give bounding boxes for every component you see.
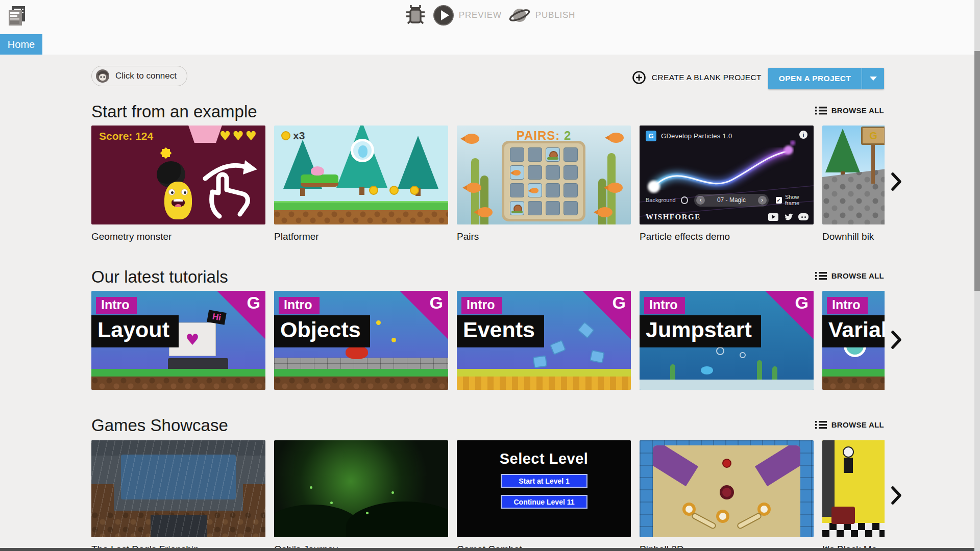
tutorials-card-row: G ♥ Hi Intro Layout G Intro Object xyxy=(91,291,885,393)
dirt-strip xyxy=(274,210,448,224)
browse-all-examples[interactable]: BROWSE ALL xyxy=(815,106,884,115)
blue-fish xyxy=(701,366,713,374)
red-object xyxy=(831,507,855,524)
browse-all-tutorials[interactable]: BROWSE ALL xyxy=(815,271,884,280)
section-title-tutorials: Our latest tutorials xyxy=(91,267,228,287)
thumbnail-tutorial-layout: G ♥ Hi Intro Layout xyxy=(91,291,265,390)
checkbox-icon: ✓ xyxy=(776,197,782,204)
browse-all-label: BROWSE ALL xyxy=(831,420,884,429)
wooden-sign: G xyxy=(861,127,885,145)
play-circle-icon xyxy=(432,4,455,27)
tutorials-next-arrow[interactable] xyxy=(890,330,902,352)
showcase-card-blackma[interactable]: BLOCKS It's Black Ma xyxy=(822,440,885,551)
thumbnail-downhill-bike: G xyxy=(822,126,885,224)
avatar-face-icon xyxy=(95,69,110,83)
show-frame-label: Show frame xyxy=(785,194,814,206)
main-content: Click to connect CREATE A BLANK PROJECT … xyxy=(0,55,980,551)
center-target xyxy=(720,485,734,499)
connect-button[interactable]: Click to connect xyxy=(91,66,187,86)
coin-icon xyxy=(281,131,290,140)
pinball-ball xyxy=(722,459,731,468)
examples-card-row: Score: 124 ♥♥♥ Geometr xyxy=(91,126,885,251)
card-caption: Downhill bik xyxy=(822,231,885,242)
tutorial-card-jumpstart[interactable]: G Intro Jumpstart xyxy=(640,291,814,393)
coin xyxy=(369,186,378,195)
fish xyxy=(464,134,479,144)
example-card-downhill-bike[interactable]: G Downhill bik xyxy=(822,126,885,251)
continue-level-button: Continue Level 11 xyxy=(501,495,587,509)
twitter-icon xyxy=(783,213,793,221)
wardrobe xyxy=(822,440,835,517)
planet-icon xyxy=(508,4,531,27)
caret-down-icon xyxy=(870,77,877,81)
browse-all-showcase[interactable]: BROWSE ALL xyxy=(815,420,884,429)
example-card-geometry-monster[interactable]: Score: 124 ♥♥♥ Geometr xyxy=(91,126,265,251)
character-body xyxy=(844,458,853,473)
scrollbar-thumb[interactable] xyxy=(974,51,980,291)
chevron-right-icon xyxy=(890,486,902,505)
tutorial-card-objects[interactable]: G Intro Objects xyxy=(274,291,448,393)
brick-platform xyxy=(274,358,448,369)
start-level-button: Start at Level 1 xyxy=(501,474,587,488)
flipper xyxy=(691,512,717,530)
showcase-card-lost-dog[interactable]: The Lost Dog's Frienship xyxy=(91,440,265,551)
example-card-particle-effects[interactable]: G GDevelop Particles 1.0 i Background ‹ … xyxy=(640,126,814,251)
showcase-card-oshi[interactable]: Oshi's Journey xyxy=(274,440,448,551)
open-project-button[interactable]: OPEN A PROJECT xyxy=(768,68,884,89)
open-project-label[interactable]: OPEN A PROJECT xyxy=(768,68,862,89)
example-card-pairs[interactable]: PAIRS: 2 xyxy=(457,126,631,251)
swipe-gesture-icon xyxy=(200,154,261,221)
bottom-edge-bar xyxy=(0,548,974,551)
example-card-platformer[interactable]: x3 Platformer xyxy=(274,126,448,251)
showcase-card-pinball[interactable]: Pinball 2D xyxy=(640,440,814,551)
tutorial-card-variables[interactable]: G +1 Intro Variab xyxy=(822,291,885,393)
thumbnail-oshi xyxy=(274,440,448,537)
red-bird-pile xyxy=(346,346,368,359)
showcase-card-comet-combat[interactable]: Select Level Start at Level 1 Continue L… xyxy=(457,440,631,551)
open-project-dropdown[interactable] xyxy=(862,68,884,89)
create-blank-project-button[interactable]: CREATE A BLANK PROJECT xyxy=(632,70,762,85)
particles-title: GDevelop Particles 1.0 xyxy=(661,132,732,140)
browse-all-label: BROWSE ALL xyxy=(831,271,884,280)
preview-label: PREVIEW xyxy=(459,10,502,20)
rain-overlay xyxy=(91,440,265,537)
info-icon: i xyxy=(799,131,807,139)
tutorial-card-layout[interactable]: G ♥ Hi Intro Layout xyxy=(91,291,265,393)
connect-label: Click to connect xyxy=(115,71,177,81)
hearts-display: ♥♥♥ xyxy=(219,129,258,143)
debug-icon[interactable] xyxy=(405,3,426,28)
tutorial-card-events[interactable]: G Intro Events xyxy=(457,291,631,393)
checkered-floor xyxy=(822,523,885,537)
prev-icon: ‹ xyxy=(696,196,705,205)
platform xyxy=(301,174,338,187)
thumbnail-comet-combat: Select Level Start at Level 1 Continue L… xyxy=(457,440,631,537)
thumbnail-tutorial-events: G Intro Events xyxy=(457,291,631,390)
preview-button[interactable]: PREVIEW xyxy=(432,4,502,27)
grass-strip xyxy=(274,201,448,210)
tab-home[interactable]: Home xyxy=(0,34,42,55)
section-title-examples: Start from an example xyxy=(91,102,257,121)
thumbnail-tutorial-variables: G +1 Intro Variab xyxy=(822,291,885,390)
center-toolbar: PREVIEW PUBLISH xyxy=(0,3,980,28)
card-caption: Platformer xyxy=(274,231,448,242)
card-caption: Geometry monster xyxy=(91,231,265,242)
topic-label: Layout xyxy=(91,315,179,347)
plus-circle-icon xyxy=(632,70,646,85)
select-level-title: Select Level xyxy=(457,450,631,467)
thumbnail-pairs: PAIRS: 2 xyxy=(457,126,631,224)
thumbnail-tutorial-objects: G Intro Objects xyxy=(274,291,448,390)
thumbnail-geometry-monster: Score: 124 ♥♥♥ xyxy=(91,126,265,224)
chevron-right-icon xyxy=(890,172,902,191)
score-label: Score: 124 xyxy=(99,130,153,142)
thumbnail-tutorial-jumpstart: G Intro Jumpstart xyxy=(640,291,814,390)
thumbnail-particle-effects: G GDevelop Particles 1.0 i Background ‹ … xyxy=(640,126,814,224)
tab-home-label: Home xyxy=(8,39,35,51)
character-head xyxy=(843,446,854,458)
next-icon: › xyxy=(758,196,767,205)
snail-tile xyxy=(546,148,559,161)
publish-button[interactable]: PUBLISH xyxy=(508,4,575,27)
list-icon xyxy=(815,420,827,429)
showcase-next-arrow[interactable] xyxy=(890,486,902,507)
pentagon-shape xyxy=(188,126,223,143)
examples-next-arrow[interactable] xyxy=(890,172,902,193)
